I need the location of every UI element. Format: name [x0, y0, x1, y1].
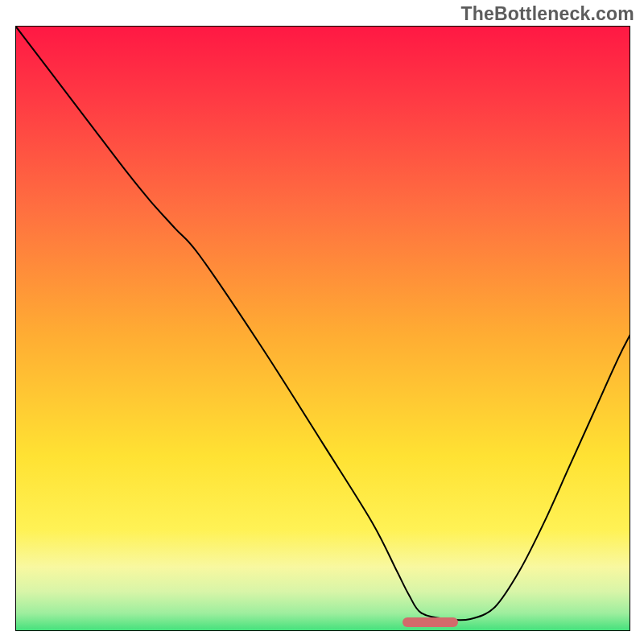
watermark-text: TheBottleneck.com: [460, 3, 634, 25]
chart-container: TheBottleneck.com: [0, 0, 644, 644]
optimal-range-marker: [402, 617, 458, 627]
bottleneck-curve: [15, 26, 630, 631]
plot-area: [15, 26, 630, 631]
